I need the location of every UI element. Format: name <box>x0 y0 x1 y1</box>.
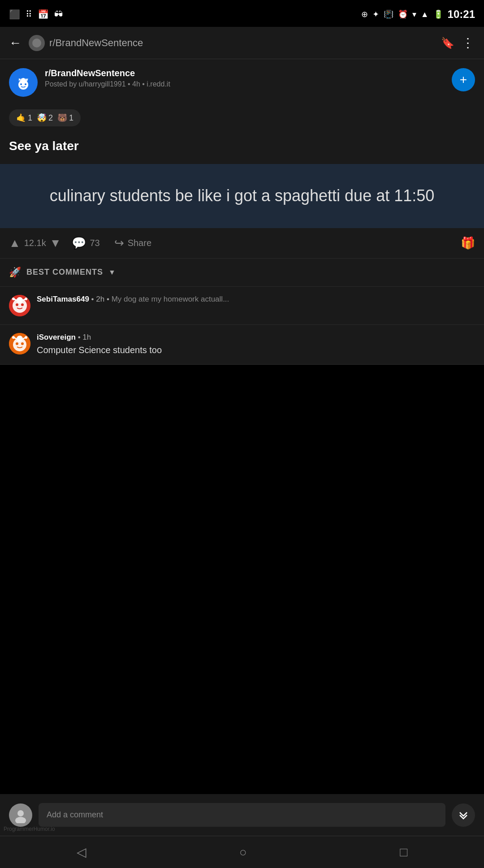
comment-1-avatar <box>9 295 30 316</box>
upvote-count: 12.1k <box>24 238 46 248</box>
svg-point-14 <box>17 297 23 303</box>
current-user-avatar <box>9 803 32 827</box>
award-2-count: 2 <box>48 113 53 123</box>
svg-point-13 <box>21 303 24 306</box>
posted-by: Posted by u/harrygill1991 <box>45 80 126 88</box>
comment-1[interactable]: SebiTamas649 • 2h • My dog ate my homewo… <box>0 287 484 325</box>
svg-point-21 <box>16 342 18 345</box>
chevron-double-down-icon <box>458 810 469 820</box>
comment-1-separator: • <box>91 295 96 303</box>
svg-point-18 <box>25 298 27 300</box>
bluetooth-icon: ✦ <box>372 9 379 19</box>
svg-point-7 <box>21 78 26 82</box>
bookmark-icon[interactable]: 🔖 <box>441 37 454 49</box>
gift-icon: 🎁 <box>461 236 475 250</box>
post-time-ago: 4h <box>132 80 140 88</box>
share-label: Share <box>128 238 151 248</box>
award-2-emoji: 🤯 <box>37 113 47 123</box>
reddit-snoo-icon <box>30 37 43 49</box>
upvote-action[interactable]: ▲ 12.1k ▼ <box>9 236 61 250</box>
svg-point-1 <box>32 39 41 48</box>
awards-pill: 🤙 1 🤯 2 🐻 1 <box>9 109 81 126</box>
post-author-info: Posted by u/harrygill1991 • 4h • i.redd.… <box>45 80 445 88</box>
comment-2-avatar <box>9 333 30 354</box>
bottom-nav: ◁ ○ □ <box>0 836 484 868</box>
svg-point-26 <box>12 336 15 339</box>
add-circle-icon: ⊕ <box>361 9 368 19</box>
comment-2-text: Computer Science students too <box>37 344 475 356</box>
comment-2[interactable]: iSovereign • 1h Computer Science student… <box>0 325 484 365</box>
sort-bar[interactable]: 🚀 BEST COMMENTS ▼ <box>0 259 484 287</box>
glasses-icon: 🕶 <box>54 9 63 20</box>
svg-point-23 <box>17 336 23 342</box>
post-separator-1: • <box>128 80 132 88</box>
post-source: i.redd.it <box>147 80 170 88</box>
status-bar: ⬛ ⠿ 📅 🕶 ⊕ ✦ 📳 ⏰ ▾ ▲ 🔋 10:21 <box>0 0 484 27</box>
subreddit-display-name[interactable]: r/BrandNewSentence <box>45 68 445 78</box>
top-nav: ← r/BrandNewSentence 🔖 ⋮ <box>0 27 484 59</box>
battery-icon: 🔋 <box>433 9 443 19</box>
share-icon: ↪ <box>114 236 124 250</box>
system-recent-button[interactable]: □ <box>400 845 407 859</box>
award-3-emoji: 🐻 <box>57 113 67 123</box>
downvote-icon: ▼ <box>50 236 61 250</box>
post-title: See ya later <box>9 139 475 153</box>
sebitamas-avatar-icon <box>9 295 30 316</box>
post-separator-2: • <box>142 80 147 88</box>
award-1-emoji: 🤙 <box>16 113 26 123</box>
reddit-new-icon: NEW <box>12 71 35 94</box>
status-right-icons: ⊕ ✦ 📳 ⏰ ▾ ▲ 🔋 10:21 <box>361 8 475 21</box>
comment-1-content: SebiTamas649 • 2h • My dog ate my homewo… <box>37 295 475 306</box>
upvote-icon: ▲ <box>9 236 21 250</box>
more-options-button[interactable]: ⋮ <box>462 35 475 50</box>
award-3: 🐻 1 <box>57 113 73 123</box>
grid-icon: ⠿ <box>26 9 32 20</box>
sort-label: BEST COMMENTS <box>26 268 103 277</box>
share-action[interactable]: ↪ Share <box>114 236 151 250</box>
post-image-text: culinary students be like i got a spaghe… <box>11 186 473 207</box>
award-3-count: 1 <box>69 113 73 123</box>
status-time: 10:21 <box>448 8 475 21</box>
svg-point-12 <box>16 303 18 306</box>
watermark: ProgrammerHumor.io <box>4 826 55 832</box>
comment-1-username: SebiTamas649 <box>37 295 89 303</box>
post-title-area: See ya later <box>0 134 484 164</box>
comment-2-time: 1h <box>82 333 91 341</box>
collapse-button[interactable] <box>452 803 475 827</box>
system-back-button[interactable]: ◁ <box>77 845 86 859</box>
post-meta: r/BrandNewSentence Posted by u/harrygill… <box>45 68 445 88</box>
vibrate-icon: 📳 <box>384 9 393 19</box>
current-user-avatar-icon <box>13 807 29 823</box>
signal-icon: ▲ <box>421 10 429 19</box>
post-image[interactable]: culinary students be like i got a spaghe… <box>0 164 484 228</box>
alarm-icon: ⏰ <box>398 9 408 19</box>
subreddit-icon[interactable]: NEW <box>9 68 38 97</box>
award-2: 🤯 2 <box>37 113 53 123</box>
svg-point-29 <box>17 810 24 816</box>
comment-2-meta: iSovereign • 1h <box>37 333 475 342</box>
svg-point-22 <box>21 342 24 345</box>
comment-1-meta: SebiTamas649 • 2h • My dog ate my homewo… <box>37 295 475 304</box>
svg-point-27 <box>25 336 27 339</box>
awards-row: 🤙 1 🤯 2 🐻 1 <box>0 106 484 134</box>
comment-1-separator2: • <box>107 295 112 303</box>
action-bar: ▲ 12.1k ▼ 💬 73 ↪ Share 🎁 <box>0 228 484 259</box>
back-button[interactable]: ← <box>9 36 22 50</box>
system-home-button[interactable]: ○ <box>239 845 247 859</box>
svg-point-17 <box>12 298 15 300</box>
wifi-icon: ▾ <box>412 9 416 19</box>
comment-count: 73 <box>90 238 99 248</box>
comment-input-area <box>0 794 484 836</box>
status-left-icons: ⬛ ⠿ 📅 🕶 <box>9 9 63 20</box>
isovereign-avatar-icon <box>9 333 30 354</box>
calendar-icon: 📅 <box>38 9 49 20</box>
gift-action[interactable]: 🎁 <box>461 236 475 250</box>
comment-input[interactable] <box>39 803 445 827</box>
sort-chevron-icon: ▼ <box>108 268 116 276</box>
follow-button[interactable]: + <box>452 68 475 91</box>
comments-action[interactable]: 💬 73 <box>72 236 99 250</box>
award-1: 🤙 1 <box>16 113 32 123</box>
rocket-icon: 🚀 <box>9 267 21 278</box>
cast-icon: ⬛ <box>9 9 20 20</box>
comment-2-username: iSovereign <box>37 333 76 341</box>
